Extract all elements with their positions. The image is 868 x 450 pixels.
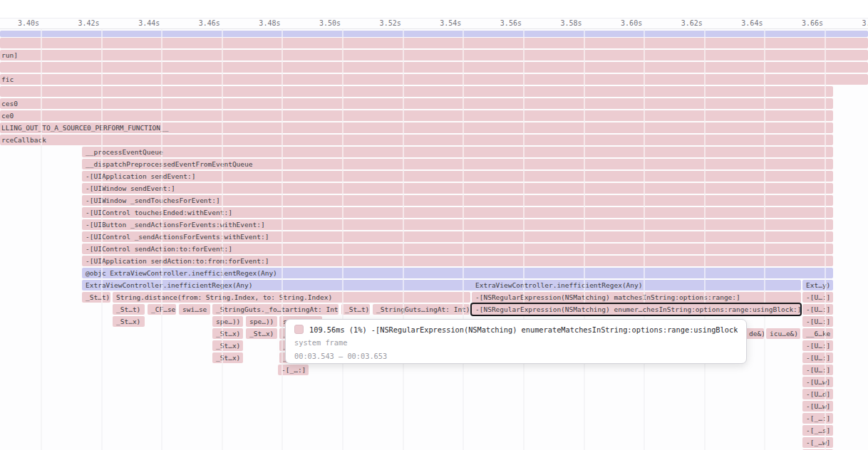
grid-line (403, 29, 404, 450)
flame-bar[interactable]: -[UIControl _sendActionsForEvents:withEv… (82, 231, 833, 242)
flame-bar[interactable]: rceCallback (0, 135, 833, 145)
time-tick-label: 3.52s (361, 19, 401, 27)
flame-bar[interactable]: ces0 (0, 98, 833, 109)
grid-line (584, 29, 585, 450)
flame-bar[interactable]: spe…)) (246, 316, 277, 327)
time-tick-label: 3.60s (601, 19, 642, 27)
flame-bar[interactable]: -[U…d] (802, 389, 833, 399)
flame-bar[interactable]: LLING_OUT_TO_A_SOURCE0_PERFORM_FUNCTION_… (0, 122, 833, 133)
grid-line (704, 29, 706, 450)
flame-bar[interactable]: -[_…w] (802, 437, 833, 448)
flame-bar[interactable]: -[U…:] (802, 304, 833, 315)
flame-bar[interactable]: -[U…:] (802, 340, 833, 351)
tooltip-subtitle: system frame (294, 336, 738, 350)
time-tick-label: 3.42s (59, 19, 100, 27)
flame-bar[interactable]: __processEventQueue (82, 147, 833, 157)
grid-line (101, 29, 103, 450)
time-tick-label: 3.40s (0, 19, 39, 27)
flame-bar[interactable]: -[U…:] (802, 352, 833, 363)
flame-bar[interactable]: swi…se (179, 304, 210, 315)
flame-bar[interactable]: -[U…w] (802, 377, 833, 387)
flame-bar[interactable] (0, 62, 868, 73)
time-tick-label: 3.50s (300, 19, 341, 27)
flame-bar[interactable]: _St…t) (82, 292, 110, 303)
flame-bar[interactable]: @objc ExtraViewController.inefficientReg… (82, 268, 833, 278)
flame-bar[interactable]: run] (0, 50, 868, 61)
flame-graph: run]ficces0ce0LLING_OUT_TO_A_SOURCE0_PER… (0, 0, 868, 450)
time-tick-label: 3.66s (782, 19, 823, 27)
flame-bar[interactable]: -[UIApplication sendAction:to:from:forEv… (82, 256, 833, 266)
flame-bar-selected[interactable]: -[NSRegularExpression(NSMatching) enumer… (472, 304, 800, 315)
flame-bar[interactable]: -[UIApplication sendEvent:] (82, 171, 833, 182)
time-tick-label: 3.56s (481, 19, 522, 27)
flame-bar[interactable]: -[_…s] (802, 425, 833, 436)
grid-line (161, 29, 162, 450)
time-tick-label: 3.54s (420, 19, 461, 27)
flame-bar-repeat-label: ExtraViewController.inefficientRegex(Any… (475, 280, 643, 291)
flame-bar[interactable]: ce0 (0, 110, 833, 121)
tooltip-time-range: 00:03.543 — 00:03.653 (294, 350, 738, 363)
time-tick-label: 3.44s (119, 19, 160, 27)
flame-bar[interactable]: -[_…:] (802, 413, 833, 424)
flame-bar[interactable]: _St…t) (113, 304, 145, 315)
tooltip-title-row: 109.56ms (1%) -[NSRegularExpression(NSMa… (294, 323, 738, 336)
flame-bar[interactable]: _St…x) (212, 340, 243, 351)
flame-bar[interactable]: -[U…w] (802, 401, 833, 412)
grid-line (463, 29, 464, 450)
grid-line (281, 29, 283, 450)
flame-bar[interactable]: de&) (745, 328, 764, 339)
flame-bar[interactable]: String.distance(from: String.Index, to: … (113, 292, 470, 303)
flame-bar[interactable]: -[NSRegularExpression(NSMatching) matche… (472, 292, 801, 303)
tooltip-color-swatch (294, 325, 304, 334)
grid-line (222, 29, 223, 450)
flame-bar[interactable]: -[U…:] (802, 292, 833, 303)
flame-bar[interactable]: spe…)) (212, 316, 243, 327)
flame-bar[interactable]: -[UIButton _sendActionsForEvents:withEve… (82, 219, 833, 230)
grid-line (41, 29, 42, 450)
flame-bar[interactable]: icu…e&) (766, 328, 800, 339)
flame-bar[interactable]: _St…x) (246, 328, 277, 339)
top-divider-band (0, 0, 868, 19)
flame-bar[interactable] (0, 31, 868, 37)
flame-bar[interactable]: _StringGuts._fo…tartingAt: Int) (212, 304, 339, 315)
tooltip: 109.56ms (1%) -[NSRegularExpression(NSMa… (285, 319, 747, 364)
flame-bar[interactable]: ExtraViewController.inefficientRegex(Any… (82, 280, 801, 291)
grid-line (644, 29, 645, 450)
time-tick-label: 3.64s (722, 19, 763, 27)
flame-bar[interactable]: -[U…:] (802, 316, 833, 327)
flame-chart-area[interactable]: run]ficces0ce0LLING_OUT_TO_A_SOURCE0_PER… (0, 0, 868, 450)
flame-bar[interactable]: _St…t) (341, 304, 370, 315)
time-tick-label: 3.62s (662, 19, 703, 27)
flame-bar[interactable]: __dispatchPreprocessedEventFromEventQueu… (82, 159, 833, 169)
flame-bar[interactable]: _St…x) (212, 328, 243, 339)
grid-line (764, 29, 765, 450)
flame-bar[interactable]: _St…x) (113, 316, 145, 327)
time-tick-label: 3.48s (239, 19, 280, 27)
time-ruler[interactable]: 3.40s3.42s3.44s3.46s3.48s3.50s3.52s3.54s… (0, 19, 868, 29)
flame-bar[interactable]: _St…x) (212, 352, 243, 363)
flame-bar[interactable]: -[UIControl touchesEnded:withEvent:] (82, 207, 833, 218)
flame-bar[interactable]: -[UIControl sendAction:to:forEvent:] (82, 244, 833, 254)
tooltip-title: 109.56ms (1%) -[NSRegularExpression(NSMa… (309, 325, 738, 334)
flame-bar[interactable]: __6…ke (802, 328, 833, 339)
flame-bar[interactable] (0, 38, 868, 48)
time-tick-label: 3.68s (843, 19, 868, 27)
flame-bar[interactable]: -[UIWindow _sendTouchesForEvent:] (82, 195, 833, 206)
grid-line (342, 29, 343, 450)
flame-bar[interactable]: _StringGuts…ingAt: Int) (373, 304, 470, 315)
grid-line (825, 29, 826, 450)
time-tick-label: 3.46s (180, 19, 220, 27)
flame-bar[interactable]: fic (0, 74, 868, 85)
flame-bar[interactable]: Ext…y) (802, 280, 833, 291)
flame-bar[interactable]: -[UIWindow sendEvent:] (82, 183, 833, 194)
flame-bar[interactable] (0, 86, 833, 97)
grid-line (523, 29, 525, 450)
flame-bar[interactable]: -[U…:] (802, 365, 833, 375)
time-tick-label: 3.58s (542, 19, 582, 27)
